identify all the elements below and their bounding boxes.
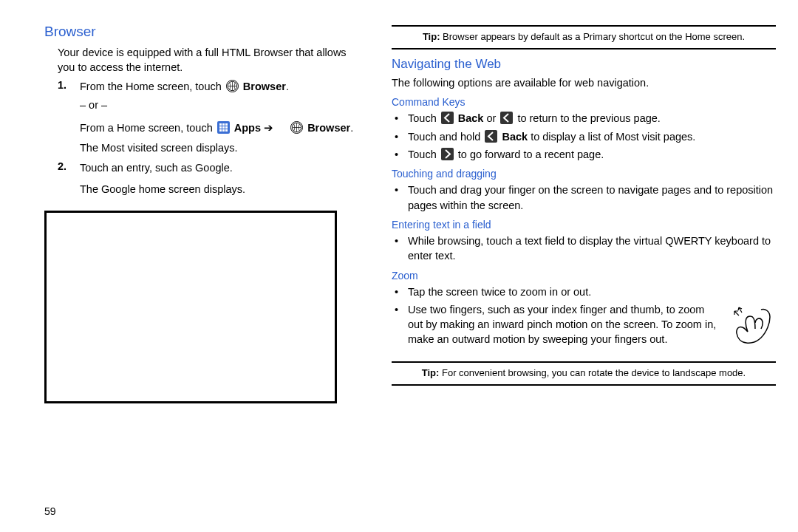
step-2: 2. Touch an entry, such as Google. The G…	[58, 160, 362, 197]
svg-rect-3	[225, 123, 228, 126]
right-column: Tip: Browser appears by default as a Pri…	[392, 22, 776, 403]
svg-rect-2	[222, 123, 225, 126]
back-arrow-icon-2	[500, 112, 513, 124]
cmd-bullet-1: • Touch Back or to return to the previou…	[392, 111, 776, 126]
step-2-number: 2.	[58, 160, 80, 197]
heading-navigating: Navigating the Web	[392, 57, 776, 72]
svg-rect-8	[222, 129, 225, 132]
nav-intro: The following options are available for …	[392, 76, 776, 91]
page-number: 59	[44, 505, 56, 517]
heading-entering-text: Entering text in a field	[392, 219, 776, 231]
cmd-bullet-3: • Touch to go forward to a recent page.	[392, 147, 776, 162]
back-arrow-icon-3	[485, 130, 497, 143]
svg-rect-6	[225, 126, 228, 129]
forward-arrow-icon	[441, 148, 454, 160]
left-column: Browser Your device is equipped with a f…	[44, 22, 362, 403]
drag-bullet-1: • Touch and drag your finger on the scre…	[392, 183, 776, 213]
step-1-number: 1.	[58, 79, 80, 156]
zoom-bullet-2: • Use two fingers, such as your index fi…	[392, 302, 776, 354]
step-2-line-1: Touch an entry, such as Google.	[80, 160, 362, 176]
svg-rect-9	[225, 129, 228, 132]
tip-box-2: Tip: For convenient browsing, you can ro…	[392, 361, 776, 386]
heading-command-keys: Command Keys	[392, 96, 776, 108]
apps-grid-icon	[217, 121, 230, 134]
text-bullet-1: • While browsing, touch a text field to …	[392, 233, 776, 264]
svg-rect-1	[219, 123, 222, 126]
browser-globe-icon-2	[290, 121, 303, 134]
heading-touching-dragging: Touching and dragging	[392, 168, 776, 180]
step-1-line-1: From the Home screen, touch Browser.	[80, 79, 362, 95]
cmd-bullet-2: • Touch and hold Back to display a list …	[392, 129, 776, 144]
browser-globe-icon	[226, 80, 239, 92]
heading-zoom: Zoom	[392, 270, 776, 282]
back-arrow-icon	[441, 112, 454, 124]
step-1-line-2: From a Home screen, touch Apps ➔ Browser…	[80, 120, 362, 136]
tip-box-1: Tip: Browser appears by default as a Pri…	[392, 25, 776, 50]
svg-rect-7	[219, 129, 222, 132]
intro-text: Your device is equipped with a full HTML…	[58, 46, 362, 75]
step-1-or: – or –	[80, 98, 362, 113]
step-1: 1. From the Home screen, touch Browser. …	[58, 79, 362, 156]
zoom-bullet-1: • Tap the screen twice to zoom in or out…	[392, 284, 776, 299]
step-2-line-2: The Google home screen displays.	[80, 182, 362, 197]
section-heading-browser: Browser	[44, 24, 362, 40]
step-1-line-3: The Most visited screen displays.	[80, 140, 362, 156]
svg-rect-5	[222, 126, 225, 129]
pinch-hand-icon	[724, 302, 776, 354]
screenshot-placeholder	[44, 211, 337, 403]
svg-rect-4	[219, 126, 222, 129]
